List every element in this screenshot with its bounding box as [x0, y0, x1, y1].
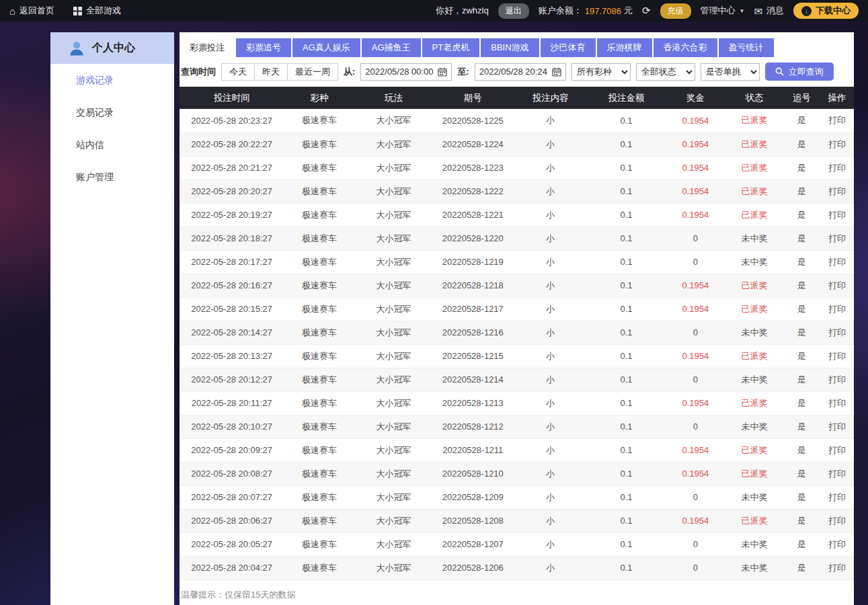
bet-time: 2022-05-28 20:11:27 [180, 391, 284, 415]
calendar-icon[interactable] [552, 67, 561, 77]
admin-center-label: 管理中心 [701, 5, 736, 17]
print-action[interactable]: 打印 [820, 556, 854, 579]
print-action[interactable]: 打印 [820, 485, 854, 509]
lottery-type: 极速赛车 [284, 438, 354, 462]
chase: 是 [783, 297, 820, 321]
tab[interactable]: AG真人娱乐 [292, 38, 360, 57]
prize: 0.1954 [665, 203, 725, 227]
status: 未中奖 [725, 415, 783, 438]
chase: 是 [783, 156, 820, 179]
chase: 是 [783, 532, 820, 556]
status-select[interactable]: 全部状态 [636, 63, 695, 81]
status: 已派奖 [725, 391, 783, 415]
print-action[interactable]: 打印 [820, 156, 854, 179]
issue-number: 20220528-1207 [432, 532, 513, 556]
table-row: 2022-05-28 20:17:27极速赛车大小冠军20220528-1219… [180, 250, 854, 274]
print-action[interactable]: 打印 [820, 462, 854, 485]
home-link[interactable]: ⌂ 返回首页 [9, 5, 54, 17]
print-action[interactable]: 打印 [820, 368, 854, 391]
print-action[interactable]: 打印 [820, 274, 854, 297]
bet-content: 小 [513, 297, 587, 321]
print-action[interactable]: 打印 [820, 344, 854, 368]
prize: 0.1954 [665, 109, 725, 132]
to-date-input[interactable] [479, 67, 549, 77]
tab[interactable]: PT老虎机 [422, 38, 480, 57]
single-pick-select[interactable]: 是否单挑 [701, 63, 760, 81]
bet-amount: 0.1 [588, 438, 665, 462]
topbar: ⌂ 返回首页 全部游戏 你好，zwhzlq 退出 账户余额： 197.7086 … [0, 0, 868, 22]
chase: 是 [783, 227, 820, 250]
column-header: 状态 [725, 87, 783, 109]
status: 已派奖 [725, 509, 783, 532]
column-header: 追号 [783, 87, 820, 109]
sidebar-title: 个人中心 [92, 41, 135, 55]
table-row: 2022-05-28 20:18:27极速赛车大小冠军20220528-1220… [180, 227, 854, 250]
tab[interactable]: AG捕鱼王 [362, 38, 421, 57]
home-icon: ⌂ [9, 6, 15, 16]
chase: 是 [783, 391, 820, 415]
last-week-button[interactable]: 最近一周 [287, 63, 338, 81]
download-center-button[interactable]: ↓ 下载中心 [793, 3, 859, 19]
admin-center-menu[interactable]: 管理中心 ▼ [701, 5, 745, 17]
bet-content: 小 [513, 109, 587, 132]
tab[interactable]: 香港六合彩 [654, 38, 717, 57]
sidebar-item[interactable]: 游戏记录 [50, 64, 174, 96]
bet-content: 小 [513, 438, 587, 462]
print-action[interactable]: 打印 [820, 297, 854, 321]
lottery-type: 极速赛车 [284, 415, 354, 438]
print-action[interactable]: 打印 [820, 227, 854, 250]
tab[interactable]: 乐游棋牌 [597, 38, 652, 57]
from-date-field [360, 63, 452, 81]
print-action[interactable]: 打印 [820, 391, 854, 415]
tab[interactable]: 彩票投注 [180, 38, 235, 57]
issue-number: 20220528-1221 [432, 203, 513, 227]
print-action[interactable]: 打印 [820, 509, 854, 532]
bet-amount: 0.1 [588, 297, 665, 321]
issue-number: 20220528-1215 [432, 344, 513, 368]
print-action[interactable]: 打印 [820, 250, 854, 274]
print-action[interactable]: 打印 [820, 109, 854, 132]
recharge-button[interactable]: 充值 [660, 3, 691, 19]
status: 未中奖 [725, 368, 783, 391]
column-header: 玩法 [355, 87, 432, 109]
balance-value: 197.7086 [585, 6, 621, 16]
bet-amount: 0.1 [588, 179, 665, 203]
print-action[interactable]: 打印 [820, 532, 854, 556]
bet-amount: 0.1 [588, 250, 665, 274]
sidebar-item[interactable]: 站内信 [50, 128, 174, 161]
print-action[interactable]: 打印 [820, 132, 854, 156]
refresh-icon[interactable]: ⟳ [642, 5, 651, 17]
column-header: 奖金 [665, 87, 725, 109]
today-button[interactable]: 今天 [221, 63, 255, 81]
all-games-link[interactable]: 全部游戏 [73, 5, 121, 17]
print-action[interactable]: 打印 [820, 179, 854, 203]
yesterday-button[interactable]: 昨天 [254, 63, 288, 81]
chase: 是 [783, 109, 820, 132]
tab[interactable]: 彩票追号 [236, 38, 291, 57]
print-action[interactable]: 打印 [820, 438, 854, 462]
query-button[interactable]: 立即查询 [765, 63, 834, 81]
tab[interactable]: 盈亏统计 [719, 38, 774, 57]
prize: 0.1954 [665, 297, 725, 321]
lottery-type: 极速赛车 [284, 250, 354, 274]
table-row: 2022-05-28 20:08:27极速赛车大小冠军20220528-1210… [180, 462, 854, 485]
bet-time: 2022-05-28 20:06:27 [180, 509, 284, 532]
issue-number: 20220528-1213 [432, 391, 513, 415]
messages-link[interactable]: ✉ 消息 [754, 5, 784, 17]
bet-time: 2022-05-28 20:20:27 [180, 179, 284, 203]
print-action[interactable]: 打印 [820, 321, 854, 344]
table-header-row: 投注时间彩种玩法期号投注内容投注金额奖金状态追号操作 [180, 87, 854, 109]
table-row: 2022-05-28 20:16:27极速赛车大小冠军20220528-1218… [180, 274, 854, 297]
print-action[interactable]: 打印 [820, 415, 854, 438]
chase: 是 [783, 509, 820, 532]
tab[interactable]: BBIN游戏 [481, 38, 539, 57]
from-date-input[interactable] [365, 67, 435, 77]
print-action[interactable]: 打印 [820, 203, 854, 227]
tab[interactable]: 沙巴体育 [541, 38, 596, 57]
calendar-icon[interactable] [438, 67, 447, 77]
logout-button[interactable]: 退出 [498, 3, 529, 19]
lottery-type-select[interactable]: 所有彩种 [571, 63, 631, 81]
sidebar-item[interactable]: 交易记录 [50, 96, 174, 128]
sidebar-item[interactable]: 账户管理 [50, 161, 174, 193]
chase: 是 [783, 438, 820, 462]
